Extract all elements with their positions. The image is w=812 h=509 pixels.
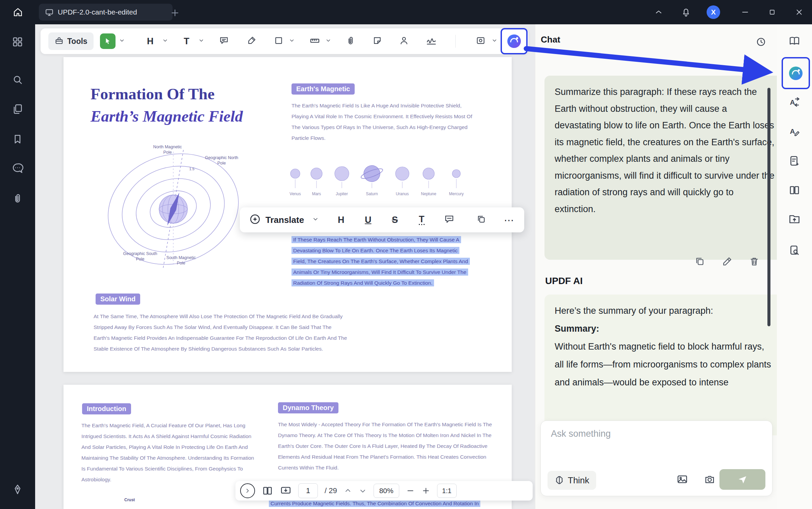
planet-label: Mercury [443,192,469,196]
avatar-initial: X [711,8,716,16]
think-toggle-button[interactable]: Think [548,471,596,490]
document-tab[interactable]: UPDF-2.0-cant-be-edited [39,4,173,21]
select-tool-dropdown[interactable] [119,37,125,45]
new-tab-button[interactable] [168,6,182,20]
rewrite-panel-button[interactable]: A [788,124,801,138]
export-panel-button[interactable] [788,212,801,226]
chat-panel: Chat Summarize this paragraph: If these … [535,24,777,509]
screenshot-capture-button[interactable] [704,474,715,486]
text-tool-dropdown[interactable] [198,37,204,45]
stamp-tool-button[interactable] [399,35,409,47]
translate-button[interactable]: Translate [265,215,304,225]
selected-text-block[interactable]: If These Rays Reach The Earth Without Ob… [291,237,481,291]
pen-tool-button[interactable] [247,35,257,47]
close-button[interactable] [792,5,806,19]
strikethrough-button[interactable]: S [392,215,398,225]
squiggly-underline-button[interactable]: T [419,214,425,225]
zoom-out-button[interactable] [406,486,415,495]
sidebar-item-sign[interactable] [11,483,24,495]
actual-size-button[interactable]: 1:1 [437,484,457,498]
avatar[interactable]: X [707,5,720,19]
more-options-button[interactable]: ⋯ [504,214,515,226]
edit-text-icon: A [788,125,801,137]
shape-tool-dropdown[interactable] [289,37,295,45]
svg-text:A: A [790,98,795,106]
sticker-icon [372,35,382,46]
sidebar-item-attachments[interactable] [11,192,24,204]
signature-tool-button[interactable] [426,35,437,47]
ai-assistant-panel-button[interactable] [782,57,810,89]
minimize-button[interactable] [738,5,752,19]
folder-arrow-icon [788,213,801,225]
presentation-button[interactable] [280,485,291,497]
paragraph-dynamo-theory: The Most Widely - Accepted Theory For Th… [278,419,492,473]
chat-input-card: Think [540,421,772,496]
titlebar-collapse-button[interactable] [652,5,665,19]
sidebar-item-comments[interactable] [11,162,24,174]
tools-label: Tools [67,37,87,46]
highlight-button[interactable]: H [338,215,345,225]
measure-tool-dropdown[interactable] [325,37,331,45]
selection-toolbar: Translate H U S T ⋯ [240,207,524,232]
toolbox-icon [54,36,64,46]
bookmark-icon [12,133,23,145]
sidebar-item-search[interactable] [11,74,24,86]
comment-button[interactable] [444,214,455,226]
copy-selection-button[interactable] [476,214,486,226]
page-number-input[interactable] [298,483,318,498]
select-tool-button[interactable] [100,33,116,49]
home-button[interactable] [10,4,26,20]
page-layout-button[interactable] [262,485,273,497]
chevron-up-icon [654,7,663,17]
heading-tool-button[interactable]: H [147,36,154,47]
planet-label: Saturn [359,192,385,196]
tools-button[interactable]: Tools [48,32,94,50]
zoom-level[interactable]: 80% [374,484,399,498]
badge-dynamo-theory: Dynamo Theory [278,402,338,413]
copy-message-button[interactable] [694,256,705,268]
compare-view-button[interactable] [788,183,801,197]
planets-figure: Venus Mars Jupiter Saturn Uranus Neptune… [289,158,465,202]
expand-controls-button[interactable] [240,483,255,498]
zoom-in-button[interactable] [422,486,430,495]
previous-page-button[interactable] [344,487,352,495]
planet-label: Neptune [416,192,441,196]
screenshot-tool-dropdown[interactable] [491,37,498,45]
shape-tool-button[interactable] [274,35,284,47]
reader-mode-button[interactable] [788,34,801,48]
maximize-button[interactable] [765,5,779,19]
crust-label: Crust [124,498,135,502]
paper-plane-icon [737,475,747,485]
page-controls: / 29 80% 1:1 [235,481,533,501]
notifications-button[interactable] [679,5,693,19]
screenshot-tool-button[interactable] [476,35,486,47]
next-page-button[interactable] [359,487,367,495]
ruler-icon [309,35,320,46]
delete-message-button[interactable] [749,256,760,268]
comment-tool-button[interactable] [219,35,229,47]
sticker-tool-button[interactable] [372,35,382,47]
chat-scrollbar[interactable] [767,88,770,326]
summarize-panel-button[interactable] [788,154,801,168]
search-document-button[interactable] [788,244,801,257]
attach-tool-button[interactable] [346,35,356,47]
highlighted-line: If These Rays Reach The Earth Without Ob… [291,236,461,243]
planets-svg [289,158,465,190]
sidebar-item-bookmarks[interactable] [11,133,24,145]
sidebar-item-pages[interactable] [11,103,24,115]
label-south-magnetic-pole: South Magnetic Pole [164,255,198,266]
heading-tool-dropdown[interactable] [162,37,168,45]
insert-image-button[interactable] [677,474,688,486]
translate-panel-button[interactable]: A [788,95,801,109]
sidebar-item-apps[interactable] [11,36,24,48]
pages-icon [12,103,23,115]
measure-tool-button[interactable] [309,35,320,47]
chat-input[interactable] [550,428,761,439]
ai-summary-label: Summary: [555,320,775,338]
planet-label: Mars [304,192,329,196]
edit-message-button[interactable] [722,256,733,268]
send-button[interactable] [719,469,765,490]
underline-button[interactable]: U [365,215,372,225]
translate-dropdown[interactable] [312,216,319,224]
text-tool-button[interactable]: T [184,36,189,47]
